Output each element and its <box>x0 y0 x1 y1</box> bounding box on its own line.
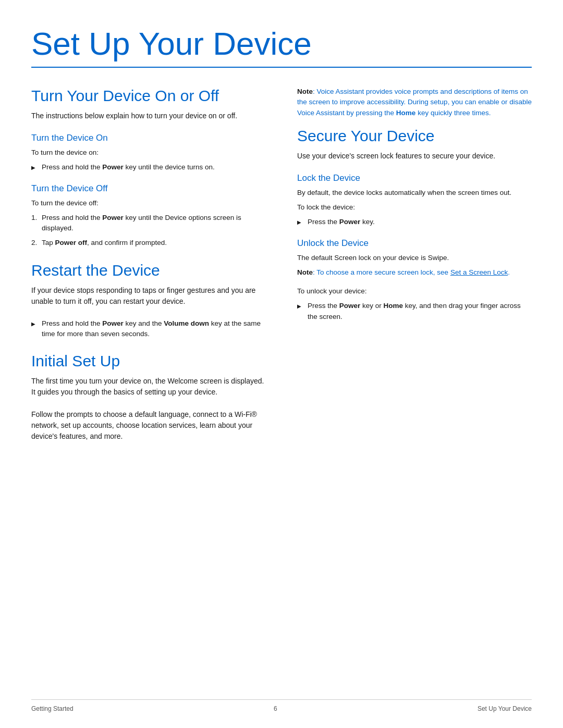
lock-instruction: To lock the device: <box>297 202 532 213</box>
footer-right: Set Up Your Device <box>478 705 532 712</box>
unlock-para1: The default Screen lock on your device i… <box>297 253 532 263</box>
unlock-subtitle: Unlock the Device <box>297 238 532 249</box>
list-item: Press the Power key or Home key, and the… <box>297 301 532 322</box>
turn-off-steps: Press and hold the Power key until the D… <box>31 213 266 249</box>
turn-off-instruction: To turn the device off: <box>31 198 266 208</box>
secure-title: Secure Your Device <box>297 127 532 145</box>
initial-setup-para1: The first time you turn your device on, … <box>31 376 266 398</box>
restart-section: Restart the Device If your device stops … <box>31 261 266 340</box>
lock-subtitle: Lock the Device <box>297 173 532 183</box>
footer-page-number: 6 <box>274 705 277 712</box>
unlock-note: Note: To choose a more secure screen loc… <box>297 267 532 278</box>
note-text: : Voice Assistant provides voice prompts… <box>297 88 532 117</box>
turn-on-off-section: Turn Your Device On or Off The instructi… <box>31 87 266 249</box>
content-area: Turn Your Device On or Off The instructi… <box>31 87 532 454</box>
list-item: Press the Power key. <box>297 217 532 227</box>
footer-left: Getting Started <box>31 705 74 712</box>
page-footer: Getting Started 6 Set Up Your Device <box>31 699 532 712</box>
right-column: Note: Voice Assistant provides voice pro… <box>297 87 532 454</box>
unlock-note-label: Note <box>297 268 313 276</box>
turn-on-off-intro: The instructions below explain how to tu… <box>31 110 266 121</box>
unlock-steps: Press the Power key or Home key, and the… <box>297 301 532 322</box>
turn-on-off-title: Turn Your Device On or Off <box>31 87 266 105</box>
secure-section: Secure Your Device Use your device's scr… <box>297 127 532 322</box>
restart-title: Restart the Device <box>31 261 266 280</box>
left-column: Turn Your Device On or Off The instructi… <box>31 87 266 454</box>
list-item: Press and hold the Power key until the d… <box>31 162 266 172</box>
unlock-instruction: To unlock your device: <box>297 286 532 297</box>
turn-on-instruction: To turn the device on: <box>31 147 266 158</box>
list-item: Tap Power off, and confirm if prompted. <box>31 238 266 248</box>
turn-on-subtitle: Turn the Device On <box>31 133 266 143</box>
page: Set Up Your Device Turn Your Device On o… <box>0 0 563 728</box>
title-divider <box>31 67 532 68</box>
voice-assistant-note: Note: Voice Assistant provides voice pro… <box>297 87 532 118</box>
unlock-note-end: . <box>508 268 510 276</box>
list-item: Press and hold the Power key and the Vol… <box>31 318 266 340</box>
restart-intro: If your device stops responding to taps … <box>31 285 266 307</box>
turn-on-steps: Press and hold the Power key until the d… <box>31 162 266 172</box>
initial-setup-title: Initial Set Up <box>31 352 266 371</box>
secure-intro: Use your device's screen lock features t… <box>297 151 532 162</box>
turn-off-subtitle: Turn the Device Off <box>31 183 266 194</box>
lock-para: By default, the device locks automatical… <box>297 188 532 198</box>
restart-steps: Press and hold the Power key and the Vol… <box>31 318 266 340</box>
list-item: Press and hold the Power key until the D… <box>31 213 266 234</box>
page-title: Set Up Your Device <box>31 26 532 61</box>
initial-setup-section: Initial Set Up The first time you turn y… <box>31 352 266 442</box>
note-label: Note <box>297 88 313 95</box>
lock-steps: Press the Power key. <box>297 217 532 227</box>
set-screen-lock-link[interactable]: Set a Screen Lock <box>450 268 508 276</box>
initial-setup-para2: Follow the prompts to choose a default l… <box>31 409 266 442</box>
unlock-note-text: : To choose a more secure screen lock, s… <box>313 268 450 276</box>
